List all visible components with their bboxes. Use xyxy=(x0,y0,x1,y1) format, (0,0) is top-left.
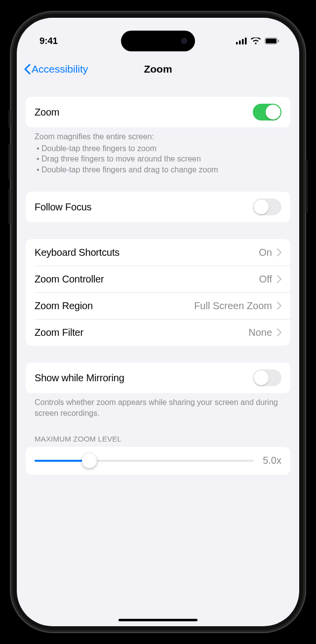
max-zoom-row: 5.0x xyxy=(26,447,290,475)
zoom-filter-row[interactable]: Zoom Filter None xyxy=(26,319,290,346)
chevron-right-icon xyxy=(277,328,281,336)
svg-rect-2 xyxy=(242,39,244,44)
chevron-left-icon xyxy=(24,64,31,75)
max-zoom-value: 5.0x xyxy=(263,455,281,466)
show-while-mirroring-row[interactable]: Show while Mirroring xyxy=(26,362,290,393)
slider-thumb[interactable] xyxy=(82,453,97,468)
mirroring-description: Controls whether zoom appears while shar… xyxy=(26,393,290,418)
home-indicator[interactable] xyxy=(118,619,198,621)
zoom-region-row[interactable]: Zoom Region Full Screen Zoom xyxy=(26,292,290,319)
mirroring-label: Show while Mirroring xyxy=(35,372,124,384)
keyboard-shortcuts-row[interactable]: Keyboard Shortcuts On xyxy=(26,239,290,266)
mirroring-group: Show while Mirroring xyxy=(26,362,290,393)
back-button[interactable]: Accessibility xyxy=(24,63,88,75)
max-zoom-slider[interactable] xyxy=(35,454,254,468)
cellular-icon xyxy=(236,38,247,44)
battery-icon xyxy=(265,38,279,44)
svg-rect-1 xyxy=(239,40,241,44)
chevron-right-icon xyxy=(277,302,281,310)
follow-focus-switch[interactable] xyxy=(253,199,281,215)
svg-rect-6 xyxy=(278,40,279,42)
chevron-right-icon xyxy=(277,275,281,283)
navigation-bar: Accessibility Zoom xyxy=(17,55,299,83)
chevron-right-icon xyxy=(277,248,281,256)
zoom-controller-row[interactable]: Zoom Controller Off xyxy=(26,266,290,292)
max-zoom-header: MAXIMUM ZOOM LEVEL xyxy=(26,435,290,443)
back-label: Accessibility xyxy=(32,63,88,75)
zoom-switch[interactable] xyxy=(253,104,281,121)
mirroring-switch[interactable] xyxy=(253,369,281,386)
zoom-toggle-row[interactable]: Zoom xyxy=(26,97,290,127)
svg-rect-0 xyxy=(236,42,238,44)
zoom-description: Zoom magnifies the entire screen: Double… xyxy=(26,127,290,175)
zoom-toggle-group: Zoom xyxy=(26,97,290,127)
follow-focus-label: Follow Focus xyxy=(35,201,91,213)
dynamic-island xyxy=(121,31,195,51)
follow-focus-row[interactable]: Follow Focus xyxy=(26,192,290,222)
status-time: 9:41 xyxy=(40,36,58,46)
follow-focus-group: Follow Focus xyxy=(26,192,290,222)
options-group: Keyboard Shortcuts On Zoom Controller Of… xyxy=(26,239,290,346)
wifi-icon xyxy=(251,38,261,44)
svg-rect-5 xyxy=(266,39,276,43)
zoom-label: Zoom xyxy=(35,107,59,118)
svg-rect-3 xyxy=(245,38,247,44)
